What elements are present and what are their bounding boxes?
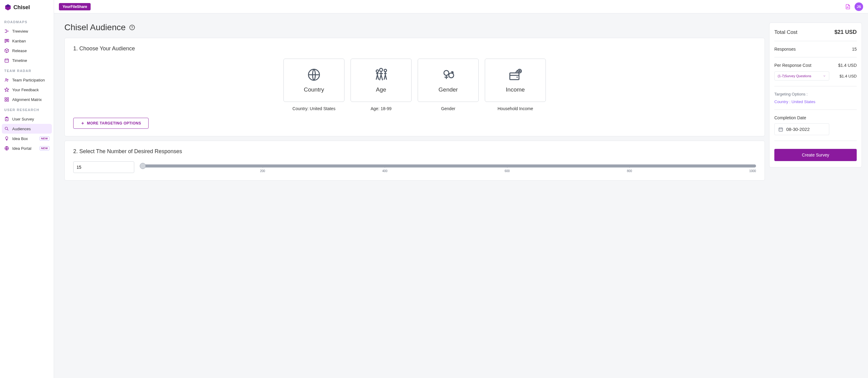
svg-rect-6: [6, 39, 7, 41]
audience-sub-income: Household Income: [485, 106, 546, 111]
plus-icon: [81, 121, 85, 125]
sidebar-item-team-participation[interactable]: Team Participation: [2, 75, 52, 85]
kanban-icon: [4, 38, 9, 43]
svg-point-18: [5, 127, 8, 130]
responses-slider[interactable]: 200 400 600 800 1000: [143, 162, 756, 173]
targeting-options-label: Targeting Options :: [774, 92, 857, 96]
svg-rect-8: [5, 59, 8, 62]
sidebar-item-idea-portal[interactable]: Idea PortalNEW: [2, 144, 52, 153]
total-cost-label: Total Cost: [774, 29, 798, 35]
sidebar-item-treeview[interactable]: Treeview: [2, 26, 52, 36]
gender-icon: [441, 67, 456, 82]
section-label-teamradar: TEAM RADAR: [0, 65, 54, 75]
audience-tile-country[interactable]: Country: [283, 59, 344, 102]
help-icon[interactable]: ?: [129, 25, 135, 30]
section-heading-1: 1. Choose Your Audience: [73, 45, 756, 52]
project-chip[interactable]: YourFileShare: [59, 3, 91, 10]
completion-date-label: Completion Date: [774, 115, 857, 120]
logo-text: Chisel: [13, 4, 30, 11]
audience-sub-country: Country: United States: [283, 106, 344, 111]
topbar: YourFileShare JS: [54, 0, 868, 13]
svg-rect-12: [5, 98, 6, 99]
star-icon: [4, 87, 9, 92]
section-label-roadmaps: ROADMAPS: [0, 17, 54, 26]
responses-input[interactable]: [73, 161, 134, 173]
new-badge: NEW: [40, 136, 50, 140]
per-response-value: $1.4 USD: [838, 63, 857, 68]
bulb-icon: [4, 136, 9, 141]
svg-point-22: [379, 68, 382, 71]
section-heading-2: 2. Select The Number of Desired Response…: [73, 148, 756, 155]
per-response-label: Per Response Cost: [774, 63, 811, 68]
svg-rect-13: [7, 98, 8, 99]
chevron-down-icon: [823, 74, 826, 77]
grid-icon: [4, 97, 9, 102]
wallet-icon: [508, 67, 523, 82]
svg-point-23: [384, 69, 386, 72]
audience-tile-gender[interactable]: Gender: [418, 59, 479, 102]
sidebar-item-alignment-matrix[interactable]: Alignment Matrix: [2, 95, 52, 104]
svg-point-4: [8, 31, 8, 32]
globe-icon: [307, 67, 321, 82]
svg-marker-11: [5, 88, 8, 92]
svg-rect-5: [5, 39, 6, 43]
search-icon: [4, 126, 9, 131]
svg-point-24: [444, 70, 449, 75]
logo[interactable]: Chisel: [0, 4, 54, 17]
svg-rect-14: [5, 100, 6, 101]
svg-rect-28: [779, 128, 782, 131]
box-icon: [4, 48, 9, 53]
svg-point-3: [5, 32, 6, 33]
section-label-userresearch: USER RESEARCH: [0, 104, 54, 114]
more-targeting-button[interactable]: MORE TARGETING OPTIONS: [73, 118, 149, 129]
sidebar-item-idea-box[interactable]: Idea BoxNEW: [2, 134, 52, 144]
svg-point-9: [5, 78, 7, 80]
new-badge: NEW: [40, 146, 50, 150]
audience-tile-income[interactable]: Income: [485, 59, 546, 102]
responses-label: Responses: [774, 47, 796, 52]
people-icon: [4, 77, 9, 83]
audience-card: 1. Choose Your Audience Country Country:…: [64, 38, 765, 136]
avatar[interactable]: JS: [855, 2, 863, 11]
svg-rect-7: [8, 39, 8, 42]
tree-icon: [4, 29, 9, 34]
family-icon: [374, 67, 389, 82]
sidebar-item-kanban[interactable]: Kanban: [2, 36, 52, 46]
targeting-country-link[interactable]: Country : United States: [774, 99, 857, 104]
completion-date-field[interactable]: 08-30-2022: [774, 123, 829, 135]
questions-dropdown[interactable]: (1-7)Survey Questions: [774, 71, 829, 81]
summary-panel: Total Cost $21 USD Responses 15 Per Resp…: [769, 23, 862, 167]
slider-thumb[interactable]: [140, 163, 146, 169]
clipboard-icon: [4, 117, 9, 121]
globe-icon: [4, 146, 9, 151]
svg-point-10: [7, 79, 8, 80]
sidebar-item-user-survey[interactable]: User Survey: [2, 114, 52, 124]
svg-point-25: [449, 73, 454, 78]
calendar-icon: [4, 58, 9, 63]
sidebar-item-release[interactable]: Release: [2, 46, 52, 56]
logo-icon: [4, 4, 11, 11]
sidebar: Chisel ROADMAPS Treeview Kanban Release …: [0, 0, 54, 378]
svg-rect-15: [7, 100, 8, 101]
audience-tile-age[interactable]: Age: [350, 59, 411, 102]
calendar-icon: [778, 127, 783, 132]
sidebar-item-your-feedback[interactable]: Your Feedback: [2, 85, 52, 95]
page-title: Chisel Audience: [64, 23, 126, 32]
responses-card: 2. Select The Number of Desired Response…: [64, 140, 765, 181]
svg-point-21: [376, 70, 379, 72]
svg-rect-26: [510, 73, 519, 80]
svg-point-2: [5, 30, 6, 31]
audience-sub-age: Age: 18-99: [350, 106, 411, 111]
sidebar-item-timeline[interactable]: Timeline: [2, 56, 52, 65]
slider-ticks: 200 400 600 800 1000: [143, 169, 756, 173]
total-cost-value: $21 USD: [834, 29, 857, 35]
responses-count: 15: [852, 47, 857, 52]
questions-price: $1.4 USD: [840, 74, 857, 78]
sidebar-item-audiences[interactable]: Audiences: [2, 124, 52, 134]
create-survey-button[interactable]: Create Survey: [774, 149, 857, 161]
audience-sub-gender: Gender: [418, 106, 479, 111]
report-icon[interactable]: [845, 4, 851, 10]
